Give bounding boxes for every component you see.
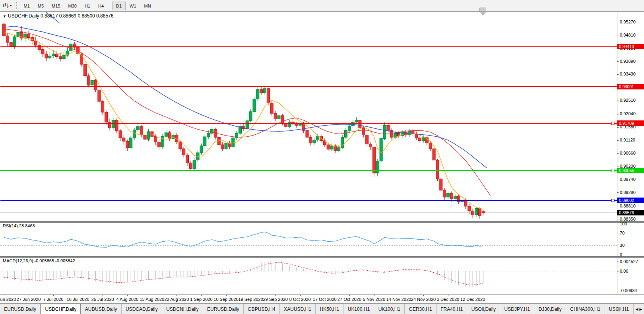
tab-scroll-arrows: ◀▶ [633,304,644,314]
price-axis-tick [617,22,619,22]
price-axis-tick [617,127,619,128]
chart-tab-gbpusd-h4[interactable]: GBPUSD,H4 [244,304,280,314]
chart-tab-eurusd-daily[interactable]: EURUSD,Daily [0,304,41,314]
chart-tab-uk100-h1[interactable]: UK100,H1 [343,304,374,314]
rsi-axis-tick [617,233,619,233]
price-axis-label: 0.93430 [620,72,636,76]
chart-tab-ger30-h1[interactable]: GER30,H1 [405,304,436,314]
chart-tab-usdcnh-daily[interactable]: USDCNH,Daily [162,304,203,314]
price-axis-label: 0.91120 [620,138,635,142]
price-axis-tick [617,153,619,154]
date-axis-tick [251,295,251,296]
chart-tab-bar: EURUSD,DailyUSDCHF,DailyAUDUSD,DailyUSDC… [0,303,644,314]
chart-tab-usoil-daily[interactable]: USOil,Daily [467,304,500,314]
price-badge: 0.94413 [617,44,644,49]
date-axis-tick [374,295,374,296]
price-axis-label: 0.89740 [620,177,636,182]
tab-scroll-left-icon[interactable]: ◀ [636,307,638,311]
date-axis-tick [127,295,128,296]
rsi-axis-tick [617,255,619,255]
macd-indicator-label: MACD(12,26,9) -0.005865 -0.005842 [3,258,75,263]
chart-symbol-label: USDCHF,Daily [8,13,39,19]
price-axis-label: 0.92510 [620,98,636,103]
chart-tab-usdjpy-h1[interactable]: USDJPY,H1 [500,304,534,314]
price-axis-tick [617,219,619,219]
date-axis-tick [349,295,350,296]
rsi-axis-label: 0 [620,252,622,257]
tab-scroll-right-icon[interactable]: ▶ [640,307,642,311]
date-axis-tick [152,295,152,296]
chart-tab-uk100-h1[interactable]: UK100,H1 [374,304,405,314]
chart-tab-hk50-h1[interactable]: HK50,H1 [316,304,343,314]
macd-axis-tick [617,271,619,271]
price-axis-label: 0.88350 [620,217,636,221]
date-axis-tick [399,295,399,296]
chart-ohlc-values: 0.88617 0.88669 0.88500 0.88576 [41,13,114,19]
price-axis-tick [617,192,619,193]
chart-tab-fra40-h1[interactable]: FRA40,H1 [436,304,467,314]
price-badge: 0.93001 [617,84,644,89]
collapse-arrow-icon[interactable]: ▼ [3,14,6,18]
rsi-axis-tick [617,224,619,224]
date-axis-tick [448,295,448,296]
rsi-axis-label: 30 [620,243,625,248]
date-axis-tick [275,295,276,296]
chart-tab-china300-h1[interactable]: CHINA300,H1 [566,304,605,314]
price-axis-label: 0.95270 [620,19,636,24]
chart-title: ▼USDCHF,Daily 0.88617 0.88669 0.88500 0.… [3,13,113,19]
date-axis-tick [325,295,325,296]
chart-tab-xauusd-h1[interactable]: XAUUSD,H1 [280,304,316,314]
date-axis-tick [300,295,301,296]
chart-tab-eurusd-daily[interactable]: EURUSD,Daily [203,304,244,314]
chart-tab-usdchf-daily[interactable]: USDCHF,Daily [41,304,81,314]
price-badge: 0.91709 [617,120,644,126]
rsi-axis-label: 70 [620,231,625,235]
price-badge: 0.90055 [617,168,644,173]
price-axis-label: 0.93890 [620,59,636,64]
price-axis-tick [617,206,619,206]
date-axis-label: 12 Dec 2020 [458,297,488,302]
price-axis-tick [617,61,619,62]
price-badge: 0.89002 [617,198,644,203]
chart-canvas[interactable] [0,0,644,314]
price-axis-tick [617,101,619,101]
chart-tab-usdcad-daily[interactable]: USDCAD,Daily [122,304,162,314]
price-axis-tick [617,180,619,180]
macd-axis-tick [617,291,619,291]
date-axis-tick [201,295,202,296]
date-axis-tick [177,295,177,296]
chart-tab-dj30-daily[interactable]: DJ30,Daily [534,304,566,314]
rsi-axis-tick [617,246,619,246]
mt4-window: ▾ M1M5M15M30H1H4D1W1MN ▼USDCHF,Daily 0.8… [0,0,644,314]
price-badge: 0.88576 [617,210,644,215]
price-axis-tick [617,74,619,75]
date-axis-tick [53,295,54,296]
date-axis-tick [4,295,4,296]
chart-tab-audusd-daily[interactable]: AUDUSD,Daily [81,304,121,314]
date-axis-tick [423,295,424,296]
price-axis-tick [617,114,619,114]
price-axis-tick [617,140,619,141]
price-axis-label: 0.88810 [620,204,636,208]
price-axis-label: 0.94810 [620,33,636,37]
macd-axis-label: -0.00934 [620,288,637,293]
price-axis-tick [617,35,619,35]
date-axis-tick [29,295,29,296]
price-axis-tick [617,167,619,167]
rsi-axis-label: 100 [620,221,627,226]
date-axis-tick [103,295,103,296]
date-axis-tick [78,295,78,296]
macd-axis-label: 0.00 [620,269,628,273]
macd-axis-label: 0.004527 [620,259,638,264]
price-axis-label: 0.89280 [620,190,636,195]
chart-tab-usoil-h1[interactable]: USOil,H1 [605,304,634,314]
price-axis-label: 0.90660 [620,151,636,155]
date-axis-tick [226,295,227,296]
date-axis-tick [473,295,473,296]
macd-axis-tick [617,262,619,262]
rsi-indicator-label: RSI(14) 28.8463 [3,223,35,228]
price-axis-label: 0.92040 [620,111,636,116]
